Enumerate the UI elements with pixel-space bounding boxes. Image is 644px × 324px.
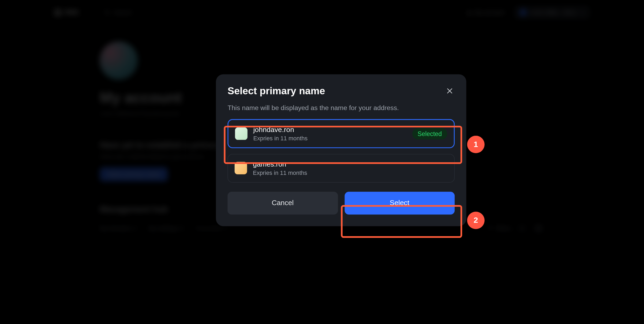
domain-avatar-icon <box>235 127 248 140</box>
modal-title: Select primary name <box>227 85 325 97</box>
select-primary-name-modal: Select primary name This name will be di… <box>216 74 466 226</box>
annotation-marker-2: 2 <box>467 212 485 229</box>
select-button[interactable]: Select <box>345 191 455 214</box>
name-option-games[interactable]: games.ron Expries in 11 months <box>227 154 455 182</box>
domain-expiry: Expries in 11 months <box>253 134 406 142</box>
close-icon <box>446 87 454 95</box>
domain-avatar-icon <box>235 162 247 175</box>
name-option-johndave[interactable]: johndave.ron Expries in 11 months Select… <box>227 119 455 148</box>
domain-name: johndave.ron <box>253 125 406 134</box>
annotation-marker-1: 1 <box>467 136 485 153</box>
close-button[interactable] <box>445 86 455 96</box>
domain-expiry: Expries in 11 months <box>253 169 448 176</box>
selected-badge: Selected <box>412 128 447 139</box>
domain-name: games.ron <box>253 160 448 169</box>
cancel-button[interactable]: Cancel <box>227 191 338 214</box>
modal-subtitle: This name will be displayed as the name … <box>227 104 455 112</box>
